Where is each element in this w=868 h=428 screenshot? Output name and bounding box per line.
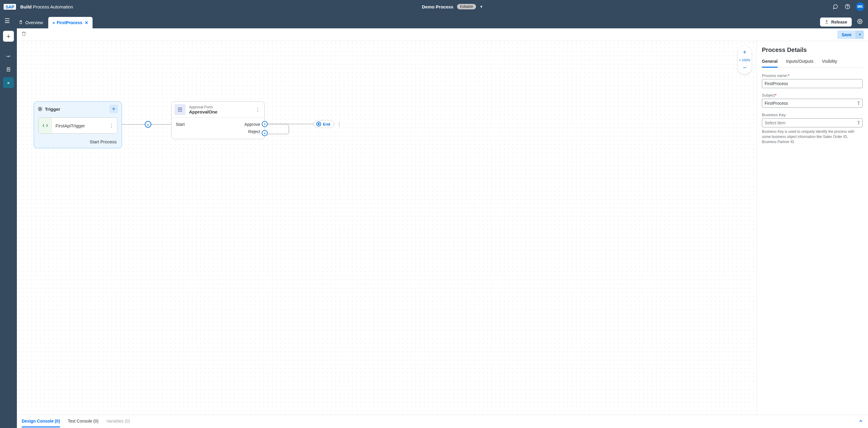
rail-handshake-icon[interactable] bbox=[3, 51, 14, 62]
text-type-icon[interactable]: T bbox=[857, 101, 860, 106]
trigger-item-menu-icon[interactable]: ⋮ bbox=[106, 123, 117, 129]
editor-toolbar: Save ▼ bbox=[17, 28, 868, 41]
process-dropdown-icon[interactable]: ▼ bbox=[480, 5, 483, 8]
tab-test-console[interactable]: Test Console (0) bbox=[68, 416, 99, 427]
sap-logo: SAP bbox=[4, 4, 16, 10]
trigger-node[interactable]: Trigger + FirstApiTrigger ⋮ Start Proces… bbox=[34, 102, 122, 148]
details-tab-visibility[interactable]: Visibility bbox=[822, 59, 837, 67]
collapse-panel-icon[interactable] bbox=[858, 419, 863, 425]
zoom-in-button[interactable]: + bbox=[743, 48, 746, 57]
close-tab-icon[interactable]: ✕ bbox=[85, 20, 88, 25]
tab-toolbar: ☰ Overview » FirstProcess ✕ Release bbox=[0, 13, 868, 28]
end-node[interactable]: End ⋮ bbox=[314, 120, 342, 128]
subject-label: Subject* bbox=[762, 93, 863, 97]
trigger-title: Trigger bbox=[45, 107, 60, 112]
save-button[interactable]: Save bbox=[837, 30, 856, 39]
approval-node[interactable]: Approval Form ApprovalOne ⋮ Start Approv… bbox=[171, 102, 265, 139]
business-key-input[interactable] bbox=[762, 118, 863, 127]
save-dropdown-button[interactable]: ▼ bbox=[856, 30, 864, 39]
port-start-label: Start bbox=[176, 122, 185, 127]
business-key-label: Business Key bbox=[762, 113, 863, 117]
business-key-help: Business Key is used to uniquely identif… bbox=[762, 129, 863, 144]
api-trigger-icon bbox=[39, 118, 52, 134]
svg-point-1 bbox=[847, 7, 848, 8]
hamburger-menu-icon[interactable]: ☰ bbox=[0, 13, 14, 28]
process-canvas[interactable]: + ∨ 100% − Trigger + bbox=[17, 41, 756, 415]
tab-variables[interactable]: Variables (0) bbox=[106, 416, 130, 427]
tab-overview-label: Overview bbox=[25, 20, 43, 25]
process-icon: » bbox=[53, 20, 54, 25]
trigger-item-name: FirstApiTrigger bbox=[52, 123, 106, 128]
port-reject-label: Reject bbox=[248, 129, 260, 134]
help-icon[interactable] bbox=[844, 3, 851, 10]
approval-type-label: Approval Form bbox=[189, 105, 254, 109]
rail-clipboard-icon[interactable] bbox=[3, 64, 14, 75]
details-tab-general[interactable]: General bbox=[762, 59, 778, 67]
rail-process-icon[interactable]: » bbox=[3, 77, 14, 88]
zoom-control: + ∨ 100% − bbox=[738, 46, 751, 74]
play-circle-icon bbox=[38, 107, 42, 111]
port-reject-add[interactable]: + bbox=[262, 130, 268, 136]
process-name-label: Process name:* bbox=[762, 73, 863, 78]
zoom-level[interactable]: ∨ 100% bbox=[739, 57, 750, 63]
end-menu-icon[interactable]: ⋮ bbox=[337, 121, 342, 127]
trigger-item[interactable]: FirstApiTrigger ⋮ bbox=[38, 117, 117, 134]
add-step-button[interactable]: + bbox=[145, 121, 151, 128]
port-approve-add[interactable]: + bbox=[262, 121, 268, 127]
upload-icon bbox=[825, 20, 829, 24]
approval-name: ApprovalOne bbox=[189, 109, 254, 114]
end-label: End bbox=[323, 122, 331, 126]
approval-menu-icon[interactable]: ⋮ bbox=[254, 107, 261, 113]
svg-point-4 bbox=[859, 21, 861, 22]
tab-firstprocess-label: FirstProcess bbox=[57, 20, 82, 25]
end-icon bbox=[316, 122, 321, 126]
process-title: Demo Process bbox=[422, 4, 453, 9]
tab-overview[interactable]: Overview bbox=[14, 17, 47, 28]
delete-icon[interactable] bbox=[21, 31, 27, 38]
add-artifact-button[interactable]: ＋ bbox=[3, 31, 14, 41]
process-name-input[interactable] bbox=[762, 79, 863, 88]
release-button[interactable]: Release bbox=[820, 18, 852, 27]
form-icon bbox=[175, 104, 185, 115]
details-title: Process Details bbox=[762, 47, 863, 53]
left-rail: ＋ » bbox=[0, 28, 17, 428]
tab-firstprocess[interactable]: » FirstProcess ✕ bbox=[48, 17, 93, 28]
user-avatar[interactable]: MK bbox=[856, 2, 864, 11]
trigger-footer-label: Start Process bbox=[34, 136, 122, 148]
add-trigger-button[interactable]: + bbox=[110, 105, 118, 113]
text-type-icon-2[interactable]: T bbox=[857, 120, 860, 125]
bottom-tabbar: Design Console (0) Test Console (0) Vari… bbox=[17, 415, 868, 428]
details-tab-io[interactable]: Inputs/Outputs bbox=[786, 59, 813, 67]
tab-design-console[interactable]: Design Console (0) bbox=[22, 416, 60, 427]
clipboard-icon bbox=[19, 20, 23, 25]
notification-icon[interactable] bbox=[832, 3, 839, 10]
zoom-out-button[interactable]: − bbox=[743, 63, 746, 73]
subject-input[interactable] bbox=[762, 99, 863, 108]
settings-icon[interactable] bbox=[855, 19, 864, 26]
shell-bar: SAP Build Process Automation Demo Proces… bbox=[0, 0, 868, 13]
app-name: Build Process Automation bbox=[20, 4, 73, 9]
details-panel: Process Details General Inputs/Outputs V… bbox=[756, 41, 868, 415]
port-approve-label: Approve bbox=[245, 122, 260, 127]
status-pill: Editable bbox=[457, 4, 476, 9]
